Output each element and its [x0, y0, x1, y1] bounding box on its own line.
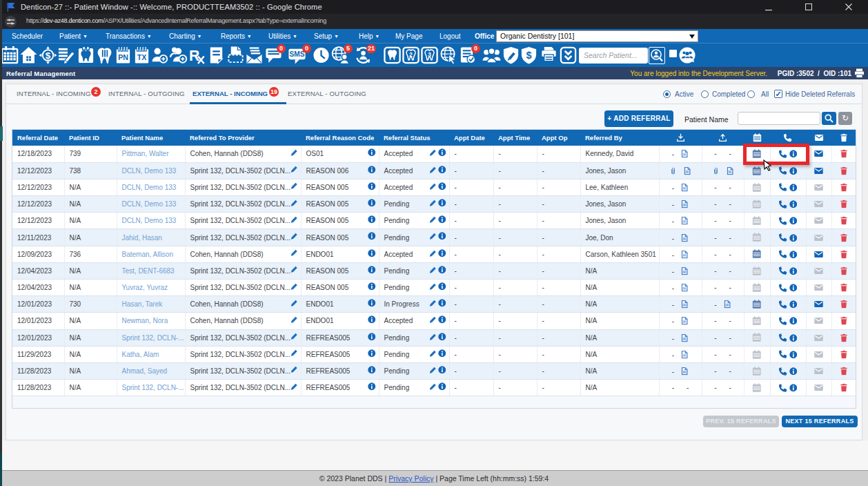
- svg-text:3: 3: [428, 51, 431, 58]
- svg-text:TX: TX: [137, 53, 147, 61]
- svg-text:R: R: [189, 48, 199, 64]
- svg-text:SMS: SMS: [290, 50, 305, 58]
- svg-text:PN: PN: [118, 53, 128, 61]
- svg-text:$: $: [45, 50, 50, 61]
- svg-text:$: $: [526, 50, 531, 61]
- svg-text:2: 2: [409, 51, 413, 58]
